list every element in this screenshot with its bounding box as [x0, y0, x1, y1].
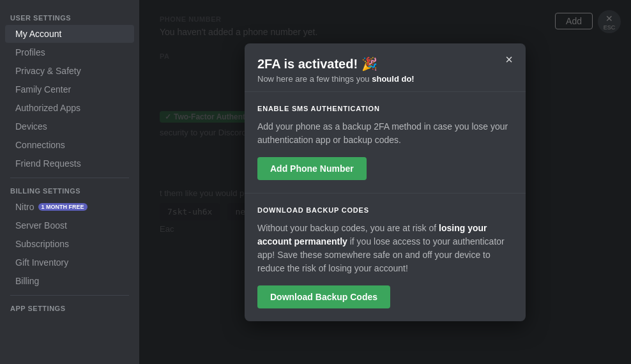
- sidebar-item-label: My Account: [15, 29, 61, 39]
- subtitle-text: Now here are a few things you: [257, 74, 372, 84]
- modal: × 2FA is activated! 🎉 Now here are a few…: [245, 43, 526, 321]
- add-phone-number-button[interactable]: Add Phone Number: [257, 157, 367, 180]
- subtitle-bold: should do!: [372, 74, 414, 84]
- sidebar-item-privacy-safety[interactable]: Privacy & Safety: [5, 62, 134, 80]
- sidebar-item-label: Devices: [15, 121, 47, 132]
- nitro-badge: 1 MONTH FREE: [38, 203, 87, 211]
- modal-section-backup: DOWNLOAD BACKUP CODES Without your backu…: [245, 193, 526, 321]
- sidebar-item-server-boost[interactable]: Server Boost: [5, 216, 134, 234]
- sidebar-item-label: Friend Requests: [15, 158, 81, 169]
- sidebar-item-profiles[interactable]: Profiles: [5, 43, 134, 61]
- modal-section-sms: ENABLE SMS AUTHENTICATION Add your phone…: [245, 92, 526, 193]
- sidebar-item-subscriptions[interactable]: Subscriptions: [5, 235, 134, 253]
- sidebar-item-label: Server Boost: [15, 220, 67, 231]
- modal-title: 2FA is activated! 🎉: [257, 56, 513, 72]
- user-settings-label: USER SETTINGS: [0, 10, 139, 24]
- backup-desc-start: Without your backup codes, you are at ri…: [257, 223, 439, 233]
- sidebar-item-label: Billing: [15, 276, 39, 286]
- sidebar-item-billing[interactable]: Billing: [5, 272, 134, 290]
- modal-subtitle: Now here are a few things you should do!: [257, 74, 513, 84]
- backup-section-title: DOWNLOAD BACKUP CODES: [257, 206, 513, 214]
- sidebar-divider: [10, 178, 129, 178]
- sidebar-item-connections[interactable]: Connections: [5, 136, 134, 154]
- sidebar-item-label: Privacy & Safety: [15, 66, 81, 76]
- sidebar-item-authorized-apps[interactable]: Authorized Apps: [5, 99, 134, 117]
- modal-close-button[interactable]: ×: [500, 51, 518, 69]
- modal-header: 2FA is activated! 🎉 Now here are a few t…: [245, 43, 526, 91]
- sidebar-item-devices[interactable]: Devices: [5, 118, 134, 135]
- sidebar-item-label: Authorized Apps: [15, 103, 80, 113]
- sidebar-item-label: Subscriptions: [15, 239, 69, 249]
- sidebar-item-label: Nitro: [15, 202, 34, 212]
- backup-section-desc: Without your backup codes, you are at ri…: [257, 222, 513, 275]
- main-content: PHONE NUMBER You haven't added a phone n…: [139, 0, 631, 364]
- sidebar-item-label: Family Center: [15, 84, 71, 95]
- sms-section-desc: Add your phone as a backup 2FA method in…: [257, 120, 513, 147]
- sidebar-item-label: Profiles: [15, 47, 45, 57]
- sidebar: USER SETTINGS My Account Profiles Privac…: [0, 0, 139, 364]
- sidebar-item-label: Connections: [15, 140, 65, 150]
- sidebar-item-family-center[interactable]: Family Center: [5, 80, 134, 98]
- sms-section-title: ENABLE SMS AUTHENTICATION: [257, 105, 513, 112]
- billing-settings-label: BILLING SETTINGS: [0, 183, 139, 197]
- sidebar-item-gift-inventory[interactable]: Gift Inventory: [5, 254, 134, 271]
- sidebar-item-my-account[interactable]: My Account: [5, 25, 134, 43]
- sidebar-item-label: Gift Inventory: [15, 257, 68, 268]
- sidebar-item-friend-requests[interactable]: Friend Requests: [5, 155, 134, 172]
- app-settings-label: APP SETTINGS: [0, 301, 139, 315]
- overlay-backdrop: × 2FA is activated! 🎉 Now here are a few…: [139, 0, 631, 364]
- sidebar-divider-2: [10, 295, 129, 296]
- sidebar-item-nitro[interactable]: Nitro 1 MONTH FREE: [5, 198, 134, 216]
- download-backup-codes-button[interactable]: Download Backup Codes: [257, 285, 390, 308]
